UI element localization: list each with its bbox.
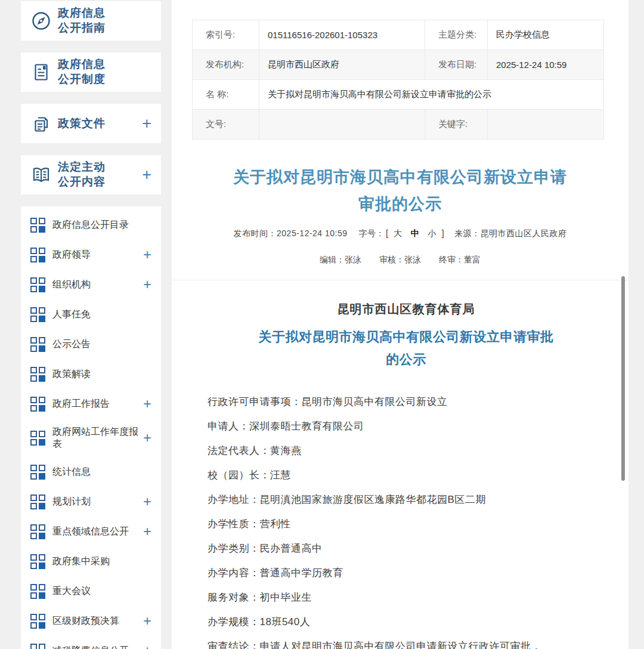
expand-plus-icon[interactable]: + [143,248,154,262]
sidebar-item-label: 公示公告 [52,338,141,350]
open-book-icon [30,164,58,186]
index-number-label: 索引号: [193,20,259,50]
document-name-label: 名 称: [193,80,259,110]
sidebar-item-tax-fee-reduction[interactable]: 减税降费信息公开 + [30,636,154,649]
vertical-scrollbar-thumb[interactable] [621,276,625,481]
bracket: [ [386,228,388,238]
publish-time-label: 发布时间： [234,228,277,238]
sidebar-item-public-notices[interactable]: 公示公告 [30,329,154,359]
sidebar-item-label: 政府信息公开制度 [58,57,115,86]
index-number-value: 015116516-202601-105323 [259,20,425,50]
grid-icon [30,584,45,599]
sidebar-item-key-areas[interactable]: 重点领域信息公开 + [30,517,154,546]
final-reviewer-value: 董富 [464,255,481,264]
topic-category-label: 主题分类: [425,20,488,50]
copy-documents-icon [30,113,58,134]
grid-icon [30,248,45,262]
sidebar-item-website-annual-report[interactable]: 政府网站工作年度报表 + [30,419,154,457]
keyword-value [488,110,604,140]
sidebar-item-gov-info-guide[interactable]: 政府信息公开指南 [21,1,161,41]
expand-plus-icon[interactable]: + [143,495,154,509]
sidebar-item-label: 规划计划 [52,496,141,508]
paragraph-review-conclusion: 审查结论：申请人对昆明市海贝高中有限公司申请新设立行政许可审批， [208,639,605,649]
grid-icon [30,218,45,233]
paragraph-school-category: 办学类别：民办普通高中 [208,542,605,556]
grid-icon [30,337,45,352]
font-size-medium-button[interactable]: 中 [411,228,420,239]
expand-plus-icon[interactable]: + [143,277,154,292]
sidebar-item-label: 重点领域信息公开 [52,526,141,537]
issuing-bureau-heading: 昆明市西山区教育体育局 [208,301,605,317]
grid-icon [30,554,45,569]
announcement-heading: 关于拟对昆明市海贝高中有限公司新设立申请审批的公示 [257,326,555,371]
sidebar-item-statutory-disclosure[interactable]: 法定主动公开内容 + [21,155,161,194]
sidebar-item-label: 政府网站工作年度报表 [52,426,141,450]
sidebar-item-label: 重大会议 [52,585,141,597]
font-size-small-button[interactable]: 小 [428,228,436,239]
doc-number-label: 文号: [193,110,259,140]
grid-icon [30,524,45,539]
sidebar-item-label: 政府工作报告 [52,398,141,410]
sidebar-item-info-catalog[interactable]: 政府信息公开目录 [30,210,154,240]
compass-icon [30,10,58,32]
grid-icon [30,307,45,322]
sidebar-item-statistics[interactable]: 统计信息 [30,457,154,487]
sidebar-item-work-report[interactable]: 政府工作报告 + [30,389,154,419]
sidebar-item-label: 区级财政预决算 [52,615,141,627]
expand-plus-icon[interactable]: + [143,644,154,649]
editor-value: 张泳 [345,255,361,264]
doc-number-value [259,110,425,140]
sidebar-item-personnel[interactable]: 人事任免 [30,299,154,329]
source-label: 来源： [454,228,481,238]
sidebar-item-label: 政府领导 [52,249,141,261]
sidebar-item-planning[interactable]: 规划计划 + [30,487,154,517]
sidebar-item-label: 政策文件 [58,116,115,131]
table-row: 名 称: 关于拟对昆明市海贝高中有限公司新设立申请审批的公示 [193,80,604,110]
sidebar-item-organizations[interactable]: 组织机构 + [30,270,154,299]
source-value: 昆明市西山区人民政府 [480,228,566,238]
editor-line: 编辑：张泳 审核：张泳 终审：董富 [172,255,628,265]
expand-plus-icon[interactable]: + [143,524,154,539]
sidebar-item-major-meetings[interactable]: 重大会议 [30,576,154,606]
expand-plus-icon[interactable]: + [143,614,154,628]
paragraph-permit-item: 行政许可申请事项：昆明市海贝高中有限公司新设立 [208,395,605,409]
sidebar-item-label: 政府信息公开指南 [58,6,115,35]
grid-icon [30,431,45,446]
paragraph-school-nature: 办学性质：营利性 [208,517,605,531]
sidebar-item-policy-files[interactable]: 政策文件 + [21,104,161,143]
sidebar-item-label: 减税降费信息公开 [52,645,141,649]
grid-icon [30,495,45,509]
expand-plus-icon[interactable]: + [142,167,154,183]
publish-date-value: 2025-12-24 10:59 [488,50,604,80]
paragraph-target-students: 服务对象：初中毕业生 [208,591,605,605]
grid-icon [30,277,45,292]
article-header: 关于拟对昆明市海贝高中有限公司新设立申请审批的公示 发布时间：2025-12-2… [172,139,628,280]
paragraph-school-address: 办学地址：昆明滇池国家旅游度假区逸康路华都花园B区二期 [208,493,605,507]
sidebar: 政府信息公开指南 政府信息公开制度 政策文件 + [21,0,161,649]
sidebar-item-procurement[interactable]: 政府集中采购 [30,546,154,576]
editor-label: 编辑： [320,255,345,264]
document-meta-table: 索引号: 015116516-202601-105323 主题分类: 民办学校信… [192,20,604,140]
publishing-agency-label: 发布机构: [193,50,259,80]
expand-plus-icon[interactable]: + [142,116,154,132]
page-title: 关于拟对昆明市海贝高中有限公司新设立申请审批的公示 [227,164,573,218]
publish-date-label: 发布日期: [425,50,488,80]
sidebar-item-district-budget[interactable]: 区级财政预决算 + [30,606,154,636]
article-meta-line: 发布时间：2025-12-24 10:59 字号：[大中小] 来源：昆明市西山区… [172,228,628,239]
sidebar-item-gov-info-system[interactable]: 政府信息公开制度 [21,52,161,92]
font-size-label: 字号： [358,228,385,238]
grid-icon [30,614,45,629]
sidebar-item-policy-interpretation[interactable]: 政策解读 [30,359,154,389]
sidebar-item-label: 政府信息公开目录 [52,219,141,231]
expand-plus-icon[interactable]: + [143,431,154,445]
topic-category-value: 民办学校信息 [488,20,604,50]
table-row: 发布机构: 昆明市西山区政府 发布日期: 2025-12-24 10:59 [193,50,604,80]
font-size-large-button[interactable]: 大 [394,228,402,239]
sidebar-item-label: 统计信息 [52,466,141,478]
paragraph-school-scale: 办学规模：18班540人 [208,615,605,629]
article-body: 昆明市西山区教育体育局 关于拟对昆明市海贝高中有限公司新设立申请审批的公示 行政… [172,281,628,649]
header-divider [172,280,628,280]
keyword-label: 关键字: [425,110,488,140]
expand-plus-icon[interactable]: + [143,397,154,411]
sidebar-item-gov-leaders[interactable]: 政府领导 + [30,240,154,270]
